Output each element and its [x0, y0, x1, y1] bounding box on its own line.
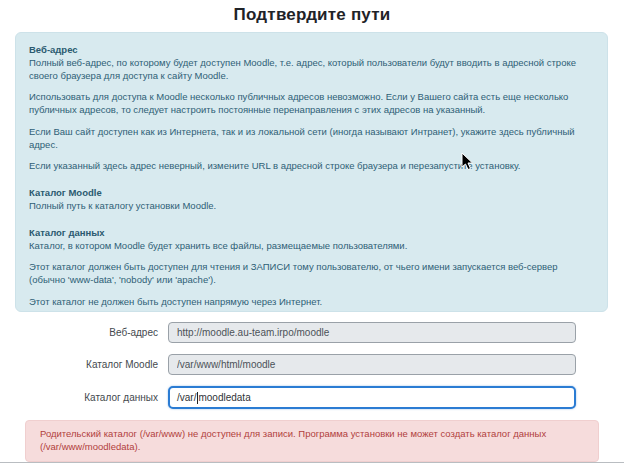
data-directory-value-after-caret: moodledata	[198, 392, 250, 403]
data-directory-label: Каталог данных	[0, 392, 158, 403]
field-row-moodle-directory: Каталог Moodle	[0, 354, 624, 375]
web-address-label: Веб-адрес	[0, 327, 158, 338]
info-paragraph: Использовать для доступа к Moodle нескол…	[29, 90, 594, 116]
info-heading-data-directory: Каталог данных	[29, 226, 594, 239]
info-paragraph: Полный веб-адрес, по которому будет дост…	[29, 56, 594, 82]
info-paragraph: Этот каталог не должен быть доступен нап…	[29, 295, 594, 308]
info-paragraph: Если указанный здесь адрес неверный, изм…	[29, 159, 594, 172]
info-paragraph: Полный путь к каталогу установки Moodle.	[29, 199, 594, 212]
data-directory-value-before-caret: /var/	[177, 392, 196, 403]
web-address-input[interactable]	[168, 322, 576, 343]
info-section-data-directory: Каталог данных Каталог, в котором Moodle…	[29, 226, 594, 312]
paths-info-box: Веб-адрес Полный веб-адрес, по которому …	[15, 32, 608, 312]
field-row-web-address: Веб-адрес	[0, 322, 624, 343]
info-paragraph: Если Ваш сайт доступен как из Интернета,…	[29, 125, 594, 151]
info-heading-web-address: Веб-адрес	[29, 43, 594, 56]
error-alert: Родительский каталог (/var/www) не досту…	[25, 420, 599, 462]
data-directory-input[interactable]: /var/moodledata	[168, 386, 576, 409]
moodle-directory-input[interactable]	[168, 354, 576, 375]
info-paragraph: Этот каталог должен быть доступен для чт…	[29, 260, 594, 286]
paths-form: Веб-адрес Каталог Moodle Каталог данных …	[0, 322, 624, 409]
info-section-moodle-directory: Каталог Moodle Полный путь к каталогу ус…	[29, 186, 594, 212]
field-row-data-directory: Каталог данных /var/moodledata	[0, 386, 624, 409]
bottom-divider	[0, 462, 624, 463]
info-heading-moodle-directory: Каталог Moodle	[29, 186, 594, 199]
info-section-web-address: Веб-адрес Полный веб-адрес, по которому …	[29, 43, 594, 172]
error-message: Родительский каталог (/var/www) не досту…	[40, 428, 546, 452]
page-title: Подтвердите пути	[0, 0, 624, 25]
moodle-directory-label: Каталог Moodle	[0, 359, 158, 370]
info-paragraph: Каталог, в котором Moodle будет хранить …	[29, 239, 594, 252]
